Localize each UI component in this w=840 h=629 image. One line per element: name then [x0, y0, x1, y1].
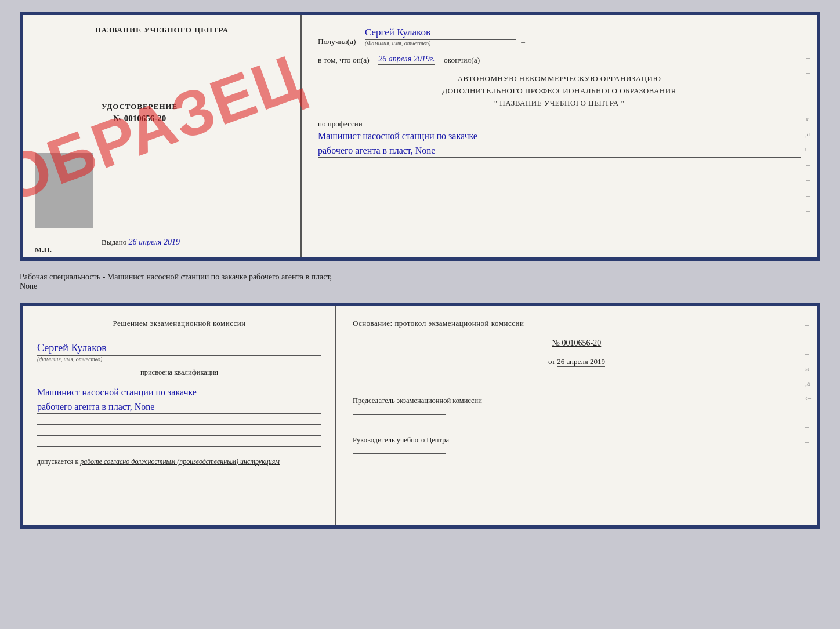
blank-line3 [37, 446, 321, 447]
protokol-date: от 26 апреля 2019 [353, 357, 801, 366]
rukovoditel-sig-line [353, 453, 446, 454]
org-block: АВТОНОМНУЮ НЕКОММЕРЧЕСКУЮ ОРГАНИЗАЦИЮ ДО… [318, 73, 801, 109]
poluchil-label: Получил(а) [318, 37, 356, 46]
familiya-label-bottom: (фамилия, имя, отчество) [37, 356, 321, 362]
poluchil-value: Сергей Кулаков [365, 27, 516, 40]
top-certificate: НАЗВАНИЕ УЧЕБНОГО ЦЕНТРА ОБРАЗЕЦ УДОСТОВ… [20, 12, 820, 261]
cert-bottom-right-panel: Основание: протокол экзаменационной коми… [336, 306, 817, 525]
bottom-profession-line2: рабочего агента в пласт, None [37, 402, 321, 414]
predsedatel-block: Председатель экзаменационной комиссии [353, 395, 801, 418]
name-block-bottom: Сергей Кулаков (фамилия, имя, отчество) [37, 339, 321, 362]
poluchil-row: Получил(а) Сергей Кулаков (Фамилия, имя,… [318, 27, 801, 46]
vtom-label: в том, что он(а) [318, 56, 370, 65]
num-label: № [552, 339, 560, 347]
profession-line1: Машинист насосной станции по закачке [318, 131, 801, 143]
cert-top-left-panel: НАЗВАНИЕ УЧЕБНОГО ЦЕНТРА ОБРАЗЕЦ УДОСТОВ… [23, 15, 302, 257]
bottom-certificate: Решением экзаменационной комиссии Сергей… [20, 303, 820, 529]
blank-line4 [37, 477, 321, 477]
right-dashes-bottom: –––и,а‹––––– [805, 318, 811, 464]
vydano-label: Выдано [102, 238, 126, 246]
blank-right-line1 [353, 378, 801, 383]
org-line2: ДОПОЛНИТЕЛЬНОГО ПРОФЕССИОНАЛЬНОГО ОБРАЗО… [318, 85, 801, 97]
blank-line1 [37, 424, 321, 425]
prisvoena-text: присвоена квалификация [37, 368, 321, 377]
rukovoditel-label: Руководитель учебного Центра [353, 434, 801, 446]
vtom-date: 26 апреля 2019г. [378, 54, 435, 65]
profession-block: по профессии Машинист насосной станции п… [318, 119, 801, 158]
udost-num: № 0010656-20 [102, 114, 178, 123]
dopuskaetsya-block: допускается к работе согласно должностны… [37, 457, 321, 466]
udost-block: УДОСТОВЕРЕНИЕ № 0010656-20 [102, 102, 178, 123]
vydano-date: 26 апреля 2019 [129, 238, 180, 246]
bottom-profession-line1: Машинист насосной станции по закачке [37, 387, 321, 399]
protokol-num: № 0010656-20 [353, 339, 801, 348]
cert-bottom-left-panel: Решением экзаменационной комиссии Сергей… [23, 306, 336, 525]
dopuskaetsya-value: работе согласно должностным (производств… [80, 457, 280, 466]
bottom-profession-block: Машинист насосной станции по закачке раб… [37, 385, 321, 414]
org-line1: АВТОНОМНУЮ НЕКОММЕРЧЕСКУЮ ОРГАНИЗАЦИЮ [318, 73, 801, 85]
cert-top-right-panel: Получил(а) Сергей Кулаков (Фамилия, имя,… [302, 15, 817, 257]
ot-date: 26 апреля 2019 [557, 357, 605, 367]
profession-label: по профессии [318, 119, 363, 128]
num-value: 0010656-20 [562, 339, 602, 347]
caption-text2: None [20, 282, 820, 291]
caption-text1: Рабочая специальность - Машинист насосно… [20, 272, 820, 282]
familiya-label-top: (Фамилия, имя, отчество) [365, 40, 430, 46]
vtom-row: в том, что он(а) 26 апреля 2019г. окончи… [318, 54, 801, 65]
right-dashes-top: ––––и,а‹––––– [804, 50, 810, 218]
dopuskaetsya-label: допускается к [37, 457, 78, 466]
blank-line2 [37, 435, 321, 436]
bottom-name-value: Сергей Кулаков [37, 342, 321, 356]
org-line3: " НАЗВАНИЕ УЧЕБНОГО ЦЕНТРА " [318, 97, 801, 110]
vydano-line: Выдано 26 апреля 2019 [102, 238, 180, 247]
caption-block: Рабочая специальность - Машинист насосно… [20, 270, 820, 293]
udost-label: УДОСТОВЕРЕНИЕ [102, 102, 178, 111]
id-card-thumbnail [35, 153, 93, 228]
komissia-title: Решением экзаменационной комиссии [37, 318, 321, 329]
okonchil-label: окончил(а) [444, 56, 480, 65]
predsedatel-label: Председатель экзаменационной комиссии [353, 395, 801, 406]
profession-line2: рабочего агента в пласт, None [318, 146, 801, 158]
rukovoditel-block: Руководитель учебного Центра [353, 434, 801, 457]
mp-label: М.П. [35, 245, 52, 254]
osnovanie-title: Основание: протокол экзаменационной коми… [353, 318, 801, 329]
predsedatel-sig-line [353, 414, 446, 415]
cert-top-title: НАЗВАНИЕ УЧЕБНОГО ЦЕНТРА [35, 26, 289, 35]
ot-label: от [548, 357, 555, 366]
